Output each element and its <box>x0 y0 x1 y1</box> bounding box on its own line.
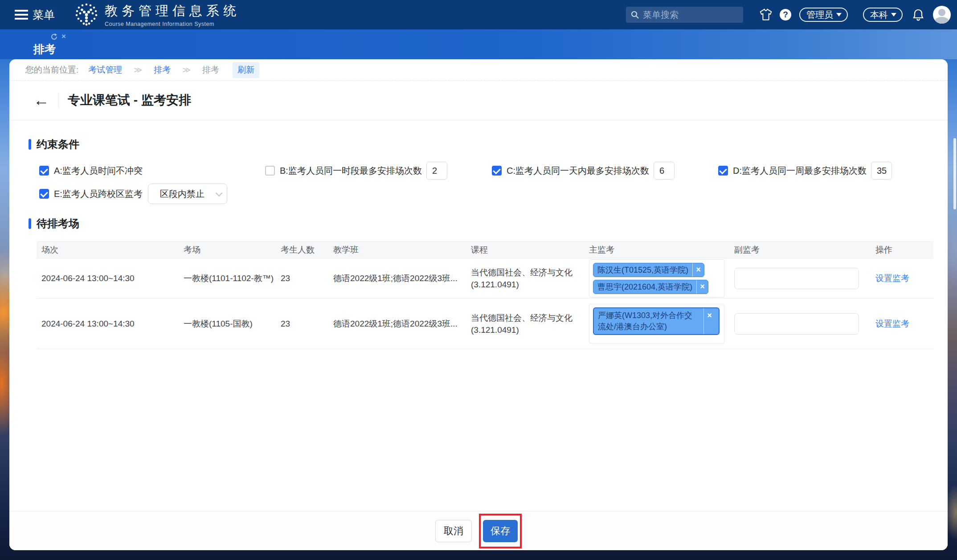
col-room: 考场 <box>179 244 276 256</box>
constraint-a-label: A:监考人员时间不冲突 <box>54 165 143 177</box>
constraints-section-title: 约束条件 <box>37 137 79 151</box>
save-button[interactable]: 保存 <box>483 520 518 542</box>
constraint-e-select[interactable]: 区段内禁止 <box>148 184 227 204</box>
avatar-person-icon <box>938 9 945 16</box>
main-invigilator-select[interactable]: 严娜英(W1303,对外合作交流处/港澳台办公室) × <box>589 304 724 343</box>
title-underline <box>9 120 948 120</box>
exam-table: 场次 考场 考生人数 教学班 课程 主监考 副监考 操作 2024-06-24 … <box>37 241 933 349</box>
constraint-b-input[interactable] <box>426 162 447 180</box>
cell-course: 当代德国社会、经济与文化 (3.121.0491) <box>466 266 584 290</box>
tab-refresh-icon[interactable] <box>50 33 58 41</box>
constraints-area: A:监考人员时间不冲突 B:监考人员同一时段最多安排场次数 C:监考人员同一天内… <box>9 160 948 209</box>
remove-tag-icon[interactable]: × <box>696 280 708 294</box>
level-dropdown[interactable]: 本科 <box>863 8 903 22</box>
theme-shirt-icon[interactable] <box>759 8 773 21</box>
cell-student-count: 23 <box>276 274 328 283</box>
invigilator-tag: 陈汉生(T01525,英语学院) × <box>593 263 704 277</box>
table-header-row: 场次 考场 考生人数 教学班 课程 主监考 副监考 操作 <box>37 241 933 258</box>
back-arrow-button[interactable]: ← <box>33 92 49 108</box>
footer-bar: 取消 保存 <box>9 511 948 550</box>
breadcrumb-link-exam-management[interactable]: 考试管理 <box>88 64 122 76</box>
main-content-card: 您的当前位置: 考试管理 ≫ 排考 ≫ 排考 刷新 ← 专业课笔试 - 监考安排… <box>9 59 948 550</box>
col-action: 操作 <box>871 244 933 256</box>
breadcrumb-separator-icon: ≫ <box>182 65 191 75</box>
caret-down-icon <box>836 13 842 16</box>
notification-bell-icon[interactable] <box>912 8 924 21</box>
chevron-down-icon <box>216 189 223 196</box>
col-session: 场次 <box>37 244 179 256</box>
cell-teaching-class: 德语2022级1班;德语2022级3班... <box>328 273 466 284</box>
constraint-c: C:监考人员同一天内最多安排场次数 <box>492 160 675 181</box>
tab-bar: × 排考 <box>0 29 957 59</box>
checkbox-d[interactable] <box>718 166 728 176</box>
app-logo-icon <box>74 3 98 27</box>
checkbox-e[interactable] <box>39 189 49 199</box>
cell-room: 一教楼(1105-国教) <box>179 318 276 330</box>
col-course: 课程 <box>466 244 584 256</box>
constraint-c-label: C:监考人员同一天内最多安排场次数 <box>507 165 649 177</box>
title-divider <box>58 93 59 108</box>
main-invigilator-select[interactable]: 陈汉生(T01525,英语学院) × 曹思宇(2021604,英语学院) × <box>589 259 724 298</box>
breadcrumb-separator-icon: ≫ <box>134 65 142 75</box>
role-label: 管理员 <box>806 9 833 21</box>
breadcrumb-current: 排考 <box>202 64 219 76</box>
table-row: 2024-06-24 13:00~14:30 一教楼(1101-1102-教™)… <box>37 258 933 298</box>
constraint-a: A:监考人员时间不冲突 <box>39 160 143 181</box>
constraint-b-label: B:监考人员同一时段最多安排场次数 <box>280 165 422 177</box>
breadcrumb-prefix: 您的当前位置: <box>25 64 78 76</box>
tab-close-icon[interactable]: × <box>61 32 66 41</box>
section-accent-bar <box>29 218 31 229</box>
invigilator-tag-selected: 严娜英(W1303,对外合作交流处/港澳台办公室) × <box>593 307 720 335</box>
cell-room: 一教楼(1101-1102-教™) <box>179 273 276 284</box>
breadcrumb: 您的当前位置: 考试管理 ≫ 排考 ≫ 排考 刷新 <box>9 59 948 81</box>
col-teaching-class: 教学班 <box>328 244 466 256</box>
annotation-highlight-box: 保存 <box>479 514 522 548</box>
cell-teaching-class: 德语2022级1班;德语2022级3班... <box>328 318 466 330</box>
section-accent-bar <box>29 139 31 150</box>
set-invigilator-link[interactable]: 设置监考 <box>875 319 909 328</box>
invigilator-tag: 曹思宇(2021604,英语学院) × <box>593 280 708 294</box>
breadcrumb-link-paikao[interactable]: 排考 <box>154 64 171 76</box>
constraint-d-input[interactable] <box>871 162 892 180</box>
sub-invigilator-input[interactable] <box>734 268 859 289</box>
breadcrumb-refresh-button[interactable]: 刷新 <box>233 62 259 78</box>
cell-session: 2024-06-24 13:00~14:30 <box>37 274 179 283</box>
tab-paikao[interactable]: 排考 <box>33 42 56 57</box>
user-avatar[interactable] <box>933 6 951 24</box>
remove-tag-icon[interactable]: × <box>692 263 704 277</box>
page-title: 专业课笔试 - 监考安排 <box>68 92 191 109</box>
constraint-b: B:监考人员同一时段最多安排场次数 <box>265 160 447 181</box>
table-row: 2024-06-24 13:00~14:30 一教楼(1105-国教) 23 德… <box>37 298 933 349</box>
app-title: 教务管理信息系统 <box>105 2 240 20</box>
checkbox-a[interactable] <box>39 166 49 176</box>
role-dropdown[interactable]: 管理员 <box>799 8 848 22</box>
constraint-d-label: D:监考人员同一周最多安排场次数 <box>733 165 867 177</box>
sub-invigilator-input[interactable] <box>734 313 859 335</box>
top-navbar: 菜单 教务管理信息系统 Course Management Informatio… <box>0 0 957 29</box>
col-student-count: 考生人数 <box>276 244 328 256</box>
menu-label[interactable]: 菜单 <box>33 8 55 22</box>
cell-course: 当代德国社会、经济与文化 (3.121.0491) <box>466 312 584 336</box>
caret-down-icon <box>891 13 896 16</box>
checkbox-c[interactable] <box>492 166 502 176</box>
constraint-e-select-value: 区段内禁止 <box>160 188 204 200</box>
app-subtitle: Course Management Information System <box>105 21 240 27</box>
search-icon <box>630 10 639 19</box>
level-label: 本科 <box>870 9 888 21</box>
constraint-e-label: E:监考人员跨校区监考 <box>54 188 143 200</box>
constraint-c-input[interactable] <box>654 162 675 180</box>
menu-search-input[interactable] <box>643 10 732 20</box>
cancel-button[interactable]: 取消 <box>435 520 472 542</box>
page-scrollbar[interactable] <box>953 138 956 209</box>
remove-tag-icon[interactable]: × <box>703 308 715 334</box>
constraint-e: E:监考人员跨校区监考 区段内禁止 <box>39 184 227 204</box>
help-icon[interactable]: ? <box>780 9 791 20</box>
cell-session: 2024-06-24 13:00~14:30 <box>37 319 179 329</box>
hamburger-menu-icon[interactable] <box>15 10 28 20</box>
checkbox-b[interactable] <box>265 166 275 176</box>
menu-search-box[interactable] <box>626 7 743 23</box>
table-section-title: 待排考场 <box>37 217 79 231</box>
col-sub-invigilator: 副监考 <box>729 244 871 256</box>
set-invigilator-link[interactable]: 设置监考 <box>875 274 909 283</box>
cell-student-count: 23 <box>276 319 328 329</box>
